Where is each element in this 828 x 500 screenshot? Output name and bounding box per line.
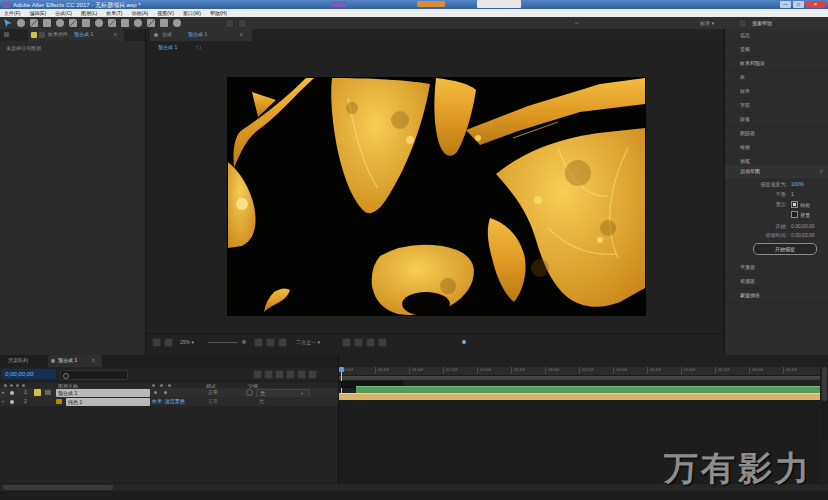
motion-sketch-header[interactable]: 运动草图 ≡ (725, 165, 828, 178)
zoom-tool-icon[interactable] (30, 19, 38, 27)
collapsed-panel-item[interactable]: 蒙版插值 (725, 289, 828, 303)
collapsed-panel-item[interactable]: 字符 (725, 99, 828, 113)
menu-item[interactable]: 合成(C) (55, 9, 72, 17)
region-of-interest-icon[interactable] (266, 338, 275, 347)
work-area-bar[interactable] (339, 376, 820, 380)
start-capture-button[interactable]: 开始捕捉 (753, 243, 817, 255)
switches-column-icon[interactable] (152, 384, 155, 387)
collapsed-panel-item[interactable]: 段落 (725, 113, 828, 127)
composition-tab[interactable]: 合成 预合成 1 ≡ (150, 29, 252, 41)
label-color-swatch[interactable] (34, 389, 41, 396)
menu-item[interactable]: 图层(L) (81, 9, 97, 17)
scrollbar-thumb[interactable] (822, 367, 827, 401)
panel-menu-icon[interactable]: ≡ (820, 165, 823, 178)
blend-column-icon[interactable] (160, 384, 163, 387)
layer-name-editbox[interactable]: 纯色 1 (66, 398, 150, 406)
motion-blur-icon[interactable] (297, 370, 306, 379)
collapsed-panel-item[interactable]: 摇摆器 (725, 275, 828, 289)
fx-switch-icon[interactable] (164, 391, 167, 394)
lock-column-icon[interactable] (22, 384, 25, 387)
composition-viewport[interactable] (228, 78, 645, 315)
transparency-grid-icon[interactable] (278, 338, 287, 347)
minimize-button[interactable]: — (780, 1, 791, 8)
timeline-tab-menu-icon[interactable]: ≡ (92, 357, 95, 364)
collapsed-panel-item[interactable]: 绘画 (725, 141, 828, 155)
solo-column-icon[interactable] (16, 384, 19, 387)
search-help[interactable]: 搜索帮助 (752, 20, 772, 27)
workspace-grid-icon[interactable] (225, 19, 234, 28)
zoom-level-dropdown[interactable]: 25% ▾ (180, 339, 194, 346)
show-wireframe-checkbox[interactable]: 线框 (791, 201, 810, 209)
timeline-button-icon[interactable] (354, 338, 363, 347)
eye-icon[interactable] (10, 400, 14, 404)
resolution-dropdown[interactable]: 二分之一 ▾ (296, 339, 320, 346)
comp-panel-menu-icon[interactable]: ≡ (240, 31, 243, 38)
comp-flowchart-icon[interactable] (366, 338, 375, 347)
rotation-tool-icon[interactable] (69, 19, 77, 27)
timeline-search-input[interactable] (60, 370, 128, 380)
type-tool-icon[interactable] (108, 19, 116, 27)
playhead-handle[interactable] (339, 367, 344, 372)
eye-icon[interactable] (10, 391, 14, 395)
reset-exposure-icon[interactable] (378, 338, 387, 347)
menu-item[interactable]: 文件(F) (4, 9, 20, 17)
graph-editor-icon[interactable] (308, 370, 317, 379)
eraser-tool-icon[interactable] (147, 19, 155, 27)
collapsed-panel-item[interactable]: 信息 (725, 29, 828, 43)
fx-column-icon[interactable] (168, 384, 171, 387)
hide-shy-icon[interactable] (275, 370, 284, 379)
comp-mini-flowchart-icon[interactable] (253, 370, 262, 379)
twirl-icon[interactable]: ▸ (2, 398, 5, 405)
layer-name-editbox[interactable]: 预合成 1 (56, 389, 150, 397)
pen-tool-icon[interactable] (95, 19, 103, 27)
layer-row-2[interactable]: ▸ 2 纯色 1 效果: 湍流置换 正常 无 (0, 397, 338, 406)
collapsed-panel-item[interactable]: 跟踪器 (725, 127, 828, 141)
audio-column-icon[interactable] (10, 384, 13, 387)
show-background-checkbox[interactable]: 背景 (791, 211, 810, 219)
comp-flow-arrows-icon[interactable]: ⟨ ⟩ (196, 44, 201, 51)
quality-switch-icon[interactable] (154, 391, 157, 394)
scrollbar-thumb[interactable] (3, 485, 113, 490)
selection-tool-icon[interactable] (4, 19, 12, 27)
workspace-selector[interactable]: 标准 ▾ (700, 20, 714, 27)
layer-effect-link[interactable]: 效果: 湍流置换 (152, 398, 185, 405)
menu-item[interactable]: 编辑(E) (29, 9, 46, 17)
clone-stamp-tool-icon[interactable] (134, 19, 142, 27)
collapsed-panel-item[interactable]: 平滑器 (725, 261, 828, 275)
hand-tool-icon[interactable] (17, 19, 25, 27)
pan-behind-tool-icon[interactable] (56, 19, 64, 27)
video-column-icon[interactable] (4, 384, 7, 387)
menu-item[interactable]: 视图(V) (157, 9, 174, 17)
pickwhip-icon[interactable] (246, 389, 253, 396)
current-time-field[interactable]: 0;00;00;00 (2, 369, 56, 379)
parent-dropdown[interactable]: 无 (259, 398, 264, 405)
smoothing-value[interactable]: 1 (791, 191, 794, 198)
twirl-icon[interactable]: ▸ (2, 389, 5, 396)
effect-controls-tab[interactable]: 效果控件 预合成 1 ≡ (28, 29, 124, 41)
collapsed-panel-item[interactable]: 库 (725, 71, 828, 85)
always-preview-icon[interactable] (152, 338, 161, 347)
puppet-pin-tool-icon[interactable] (173, 19, 181, 27)
collapsed-panel-item[interactable]: 对齐 (725, 85, 828, 99)
close-button[interactable]: × (806, 1, 825, 8)
ruler-slider[interactable] (208, 342, 238, 343)
snapping-icon[interactable] (238, 19, 247, 28)
comp-navigator-link[interactable]: 预合成 1 (158, 44, 177, 51)
fast-preview-icon[interactable] (342, 338, 351, 347)
collapsed-panel-item[interactable]: 音频 (725, 43, 828, 57)
collapsed-panel-item[interactable]: 效果和预设 (725, 57, 828, 71)
panel-grid-icon[interactable] (738, 19, 747, 28)
menu-item[interactable]: 窗口(W) (183, 9, 201, 17)
panel-menu-icon[interactable]: ≡ (114, 31, 117, 38)
main-view-toggle-icon[interactable] (164, 338, 173, 347)
blend-mode-dropdown[interactable]: 正常 (208, 389, 218, 396)
capture-speed-value[interactable]: 100% (791, 181, 804, 188)
brush-tool-icon[interactable] (121, 19, 129, 27)
frame-blending-icon[interactable] (286, 370, 295, 379)
orbit-camera-tool-icon[interactable] (43, 19, 51, 27)
render-queue-tab[interactable]: 渲染队列 (8, 357, 28, 364)
exposure-indicator-icon[interactable] (462, 340, 466, 344)
roto-brush-tool-icon[interactable] (160, 19, 168, 27)
menu-item[interactable]: 动画(A) (132, 9, 149, 17)
menu-item[interactable]: 帮助(H) (210, 9, 227, 17)
